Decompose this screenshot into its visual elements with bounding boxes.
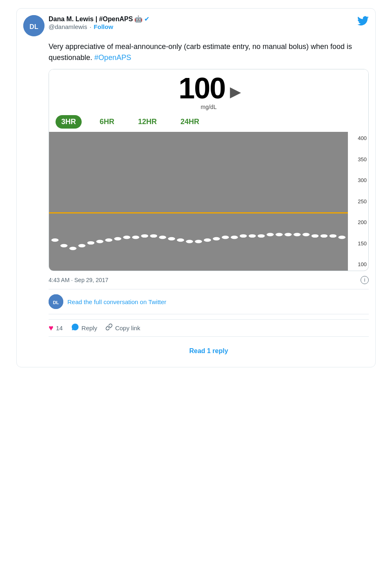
read-conversation: DL Read the full conversation on Twitter	[49, 294, 369, 309]
reply-label: Reply	[82, 325, 97, 331]
time-btn-12hr[interactable]: 12HR	[132, 115, 163, 129]
svg-point-9	[114, 237, 122, 240]
time-btn-24hr[interactable]: 24HR	[175, 115, 205, 129]
svg-point-6	[87, 241, 95, 245]
y-label-150: 150	[358, 240, 367, 247]
reply-bubble-icon	[71, 323, 79, 333]
svg-point-8	[105, 238, 113, 242]
glucose-value: 100 ▸	[49, 73, 368, 103]
tweet-header: DL Dana M. Lewis | #OpenAPS 🤖 ✔ @danamle…	[23, 15, 369, 36]
svg-point-20	[213, 237, 220, 240]
actions-row: ♥ 14 Reply Copy link	[49, 319, 369, 337]
chart-container: 100 ▸ mg/dL 3HR 6HR 12HR 24HR	[49, 69, 369, 271]
tweet-card: DL Dana M. Lewis | #OpenAPS 🤖 ✔ @danamle…	[16, 8, 376, 367]
info-icon[interactable]: i	[361, 276, 369, 284]
like-action[interactable]: ♥ 14	[49, 323, 63, 333]
svg-point-21	[222, 236, 229, 239]
svg-point-28	[285, 233, 292, 236]
svg-point-26	[267, 233, 274, 236]
svg-point-18	[195, 240, 202, 243]
svg-point-3	[60, 244, 68, 247]
time-btn-6hr[interactable]: 6HR	[94, 115, 120, 129]
svg-text:DL: DL	[29, 23, 38, 30]
svg-point-15	[168, 237, 175, 240]
display-name: Dana M. Lewis | #OpenAPS	[49, 16, 133, 23]
svg-point-30	[303, 233, 310, 236]
separator-dot: ·	[89, 23, 91, 30]
svg-point-17	[186, 240, 193, 243]
svg-point-32	[321, 234, 328, 238]
read-reply-button[interactable]: Read 1 reply	[49, 342, 369, 360]
svg-point-7	[96, 240, 104, 243]
chart-area: 400 350 300 250 200 150 100	[49, 132, 368, 271]
chart-y-axis: 400 350 300 250 200 150 100	[348, 132, 368, 271]
heart-icon: ♥	[49, 323, 53, 333]
twitter-logo	[357, 15, 369, 29]
verified-icon: ✔	[144, 15, 149, 23]
svg-point-29	[294, 233, 301, 236]
y-label-100: 100	[358, 261, 367, 267]
svg-point-24	[249, 234, 256, 238]
read-conversation-link[interactable]: Read the full conversation on Twitter	[67, 298, 166, 305]
svg-point-5	[78, 244, 86, 247]
tweet-timestamp: 4:43 AM · Sep 29, 2017 i	[49, 276, 369, 284]
user-info: Dana M. Lewis | #OpenAPS 🤖 ✔ @danamlewis…	[49, 15, 149, 30]
svg-point-31	[312, 234, 319, 238]
like-count: 14	[56, 325, 63, 331]
link-icon	[105, 323, 113, 333]
svg-point-10	[123, 236, 131, 239]
svg-text:DL: DL	[53, 300, 59, 305]
svg-point-12	[141, 234, 148, 238]
divider-1	[49, 289, 369, 289]
svg-point-16	[177, 238, 184, 242]
glucose-dots-svg	[49, 132, 348, 271]
user-name-row: Dana M. Lewis | #OpenAPS 🤖 ✔	[49, 15, 149, 23]
svg-point-23	[240, 234, 247, 238]
y-label-250: 250	[358, 198, 367, 205]
svg-point-14	[159, 236, 166, 239]
chart-top: 100 ▸ mg/dL	[49, 69, 368, 112]
follow-button[interactable]: Follow	[94, 23, 114, 30]
robot-emoji: 🤖	[134, 15, 143, 23]
y-label-400: 400	[358, 135, 367, 141]
svg-point-11	[132, 236, 139, 239]
svg-point-27	[276, 233, 283, 236]
avatar[interactable]: DL	[23, 15, 45, 36]
username-row: @danamlewis · Follow	[49, 23, 149, 30]
hashtag-link[interactable]: #OpenAPS	[94, 53, 131, 62]
timestamp-text: 4:43 AM · Sep 29, 2017	[49, 277, 108, 283]
y-label-200: 200	[358, 219, 367, 225]
orange-line	[49, 212, 348, 213]
chart-plot	[49, 132, 348, 271]
glucose-unit: mg/dL	[49, 104, 368, 110]
time-selector: 3HR 6HR 12HR 24HR	[49, 112, 368, 132]
reply-action[interactable]: Reply	[71, 323, 97, 333]
y-label-350: 350	[358, 156, 367, 162]
divider-2	[49, 314, 369, 314]
tweet-header-left: DL Dana M. Lewis | #OpenAPS 🤖 ✔ @danamle…	[23, 15, 149, 36]
svg-point-2	[51, 238, 59, 242]
svg-point-19	[204, 238, 211, 242]
copy-link-label: Copy link	[115, 325, 140, 331]
svg-point-13	[150, 234, 157, 238]
small-avatar: DL	[49, 294, 63, 309]
copy-link-action[interactable]: Copy link	[105, 323, 140, 333]
time-btn-3hr[interactable]: 3HR	[56, 115, 82, 129]
svg-point-33	[330, 234, 337, 238]
y-label-300: 300	[358, 177, 367, 183]
svg-point-34	[339, 236, 346, 239]
username: @danamlewis	[49, 23, 87, 30]
avatar-image: DL	[23, 15, 45, 36]
svg-point-4	[69, 247, 77, 250]
tweet-body: Very appreciative of meal-announce-only …	[49, 41, 369, 360]
tweet-text: Very appreciative of meal-announce-only …	[49, 41, 369, 63]
svg-point-22	[231, 236, 238, 239]
svg-point-25	[258, 234, 265, 238]
